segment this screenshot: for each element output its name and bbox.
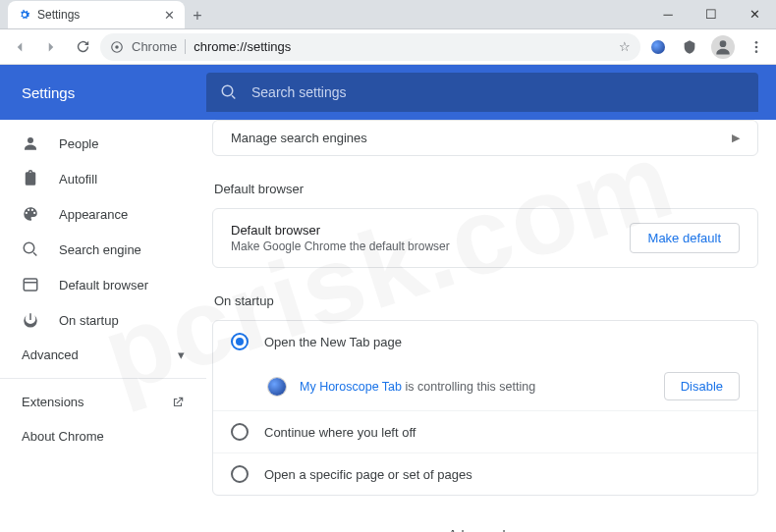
tab-close-icon[interactable]: ✕ bbox=[164, 8, 175, 23]
advanced-footer-label: Advanced bbox=[449, 527, 506, 532]
maximize-button[interactable]: ☐ bbox=[690, 0, 733, 28]
extension-badge-icon bbox=[268, 378, 286, 396]
sidebar-item-appearance[interactable]: Appearance bbox=[0, 196, 206, 232]
sidebar-item-label: Appearance bbox=[59, 207, 128, 222]
advanced-footer-toggle[interactable]: Advanced ▾ bbox=[212, 513, 758, 532]
external-link-icon bbox=[171, 396, 185, 409]
sidebar-item-on-startup[interactable]: On startup bbox=[0, 302, 206, 338]
chevron-right-icon: ▶ bbox=[732, 132, 740, 144]
sidebar-item-people[interactable]: People bbox=[0, 126, 206, 161]
chevron-down-icon: ▾ bbox=[178, 347, 185, 362]
sidebar-item-label: On startup bbox=[59, 313, 119, 328]
radio-label: Open the New Tab page bbox=[264, 335, 402, 349]
notice-text: My Horoscope Tab is controlling this set… bbox=[300, 380, 535, 394]
address-bar[interactable]: Chrome chrome://settings ☆ bbox=[100, 33, 640, 61]
omnibox-security-chip: Chrome bbox=[132, 39, 186, 54]
svg-point-2 bbox=[720, 40, 727, 47]
omnibox-url: chrome://settings bbox=[194, 39, 291, 54]
radio-label: Continue where you left off bbox=[264, 425, 416, 440]
svg-point-6 bbox=[28, 137, 33, 143]
sidebar-item-label: Autofill bbox=[59, 172, 97, 186]
browser-icon bbox=[22, 276, 39, 293]
startup-option-continue[interactable]: Continue where you left off bbox=[213, 410, 757, 452]
svg-point-1 bbox=[115, 45, 119, 49]
reload-button[interactable] bbox=[69, 33, 96, 61]
clipboard-icon bbox=[22, 170, 39, 187]
menu-button[interactable] bbox=[743, 33, 770, 61]
svg-point-5 bbox=[755, 50, 758, 53]
window-title-bar: Settings ✕ + ─ ☐ ✕ bbox=[0, 0, 776, 29]
default-browser-card: Default browser Make Google Chrome the d… bbox=[212, 208, 758, 268]
manage-search-engines-label: Manage search engines bbox=[231, 131, 367, 145]
power-icon bbox=[22, 311, 39, 329]
make-default-button[interactable]: Make default bbox=[630, 223, 740, 253]
close-window-button[interactable]: ✕ bbox=[733, 0, 776, 28]
default-browser-section-title: Default browser bbox=[212, 174, 758, 208]
sidebar-item-autofill[interactable]: Autofill bbox=[0, 161, 206, 196]
disable-extension-button[interactable]: Disable bbox=[664, 372, 740, 400]
startup-option-newtab[interactable]: Open the New Tab page bbox=[213, 321, 757, 362]
profile-avatar[interactable] bbox=[711, 35, 735, 59]
back-button[interactable] bbox=[6, 33, 33, 61]
sidebar-item-search-engine[interactable]: Search engine bbox=[0, 232, 206, 267]
svg-point-4 bbox=[755, 45, 758, 48]
extensions-label: Extensions bbox=[22, 395, 84, 409]
extension-control-notice: My Horoscope Tab is controlling this set… bbox=[213, 362, 757, 410]
svg-rect-7 bbox=[24, 279, 37, 291]
browser-toolbar: Chrome chrome://settings ☆ bbox=[0, 29, 776, 65]
radio-unchecked-icon bbox=[231, 423, 249, 441]
sidebar: People Autofill Appearance Search engine… bbox=[0, 120, 206, 532]
sidebar-item-label: Search engine bbox=[59, 242, 141, 257]
controlling-extension-link[interactable]: My Horoscope Tab bbox=[300, 380, 402, 394]
search-icon bbox=[22, 240, 39, 258]
extension-icon-2[interactable] bbox=[676, 33, 703, 61]
svg-point-3 bbox=[755, 41, 758, 44]
window-controls: ─ ☐ ✕ bbox=[646, 0, 776, 28]
chrome-chip-icon bbox=[110, 40, 124, 54]
page-title: Settings bbox=[22, 84, 206, 101]
forward-button[interactable] bbox=[37, 33, 65, 61]
about-label: About Chrome bbox=[22, 429, 104, 444]
radio-unchecked-icon bbox=[231, 465, 249, 483]
sidebar-extensions-link[interactable]: Extensions bbox=[0, 385, 206, 419]
sidebar-advanced-toggle[interactable]: Advanced ▾ bbox=[0, 338, 206, 372]
search-settings-field[interactable] bbox=[206, 73, 758, 112]
sidebar-item-label: Default browser bbox=[59, 278, 148, 293]
person-icon bbox=[22, 134, 39, 152]
divider bbox=[0, 378, 206, 379]
on-startup-card: Open the New Tab page My Horoscope Tab i… bbox=[212, 320, 758, 496]
manage-search-engines-card[interactable]: Manage search engines ▶ bbox=[212, 120, 758, 156]
browser-tab[interactable]: Settings ✕ bbox=[8, 1, 185, 28]
new-tab-button[interactable]: + bbox=[185, 3, 210, 28]
search-settings-input[interactable] bbox=[251, 84, 745, 100]
startup-option-specific[interactable]: Open a specific page or set of pages bbox=[213, 452, 757, 495]
settings-main: Manage search engines ▶ Default browser … bbox=[206, 120, 776, 532]
sidebar-item-label: People bbox=[59, 136, 98, 151]
on-startup-section-title: On startup bbox=[212, 286, 758, 320]
chevron-down-icon: ▾ bbox=[515, 527, 522, 532]
sidebar-about-link[interactable]: About Chrome bbox=[0, 419, 206, 453]
default-browser-sub: Make Google Chrome the default browser bbox=[231, 239, 450, 253]
palette-icon bbox=[22, 205, 39, 223]
settings-header: Settings bbox=[0, 65, 776, 120]
default-browser-heading: Default browser bbox=[231, 223, 450, 238]
search-icon bbox=[220, 83, 238, 101]
sidebar-item-default-browser[interactable]: Default browser bbox=[0, 267, 206, 302]
gear-icon bbox=[18, 8, 31, 22]
extension-icon-1[interactable] bbox=[644, 33, 672, 61]
radio-checked-icon bbox=[231, 333, 249, 350]
tab-title: Settings bbox=[37, 8, 80, 22]
advanced-label: Advanced bbox=[22, 347, 79, 362]
radio-label: Open a specific page or set of pages bbox=[264, 467, 472, 482]
minimize-button[interactable]: ─ bbox=[646, 0, 690, 28]
bookmark-star-icon[interactable]: ☆ bbox=[619, 39, 631, 54]
